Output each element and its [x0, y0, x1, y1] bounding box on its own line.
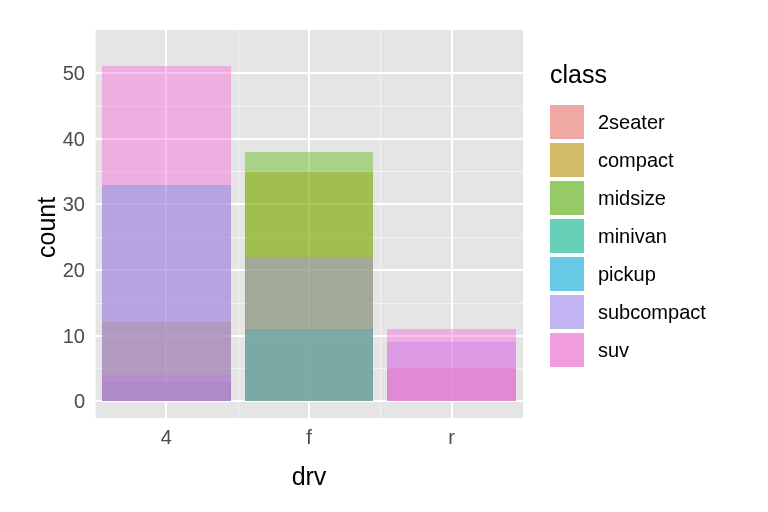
legend-key: [550, 257, 584, 291]
legend-item: suv: [550, 331, 706, 369]
grid-line-v-minor: [380, 30, 381, 418]
x-tick-label: r: [448, 426, 455, 449]
bar: [387, 329, 515, 401]
legend-label: minivan: [598, 225, 667, 248]
legend-swatch: [550, 105, 584, 139]
bar-group: [245, 30, 373, 418]
legend-label: pickup: [598, 263, 656, 286]
bar-chart: count drv class 2seatercompactmidsizemin…: [0, 0, 768, 512]
legend-swatch: [550, 181, 584, 215]
legend-label: midsize: [598, 187, 666, 210]
legend-swatch: [550, 257, 584, 291]
legend-label: subcompact: [598, 301, 706, 324]
bar: [245, 257, 373, 401]
legend-key: [550, 143, 584, 177]
legend-item: compact: [550, 141, 706, 179]
bar-group: [102, 30, 230, 418]
y-tick-label: 30: [45, 193, 85, 216]
y-tick-label: 20: [45, 258, 85, 281]
legend-key: [550, 181, 584, 215]
legend-title: class: [550, 60, 706, 89]
legend-swatch: [550, 219, 584, 253]
y-tick-label: 10: [45, 324, 85, 347]
legend-key: [550, 295, 584, 329]
plot-panel: [95, 30, 523, 418]
bar-group: [387, 30, 515, 418]
x-tick-label: f: [306, 426, 312, 449]
legend-label: compact: [598, 149, 674, 172]
legend-item: midsize: [550, 179, 706, 217]
legend-item: 2seater: [550, 103, 706, 141]
grid-line-v-minor: [95, 30, 96, 418]
x-tick-label: 4: [161, 426, 172, 449]
grid-line-v-minor: [523, 30, 524, 418]
legend-item: minivan: [550, 217, 706, 255]
legend-key: [550, 105, 584, 139]
y-tick-label: 50: [45, 62, 85, 85]
bar: [102, 66, 230, 401]
y-tick-label: 0: [45, 390, 85, 413]
legend-swatch: [550, 143, 584, 177]
legend-key: [550, 333, 584, 367]
legend-label: suv: [598, 339, 629, 362]
grid-line-v-minor: [238, 30, 239, 418]
x-axis-title: drv: [292, 462, 327, 491]
legend-label: 2seater: [598, 111, 665, 134]
legend-key: [550, 219, 584, 253]
legend-item: subcompact: [550, 293, 706, 331]
legend-item: pickup: [550, 255, 706, 293]
legend: class 2seatercompactmidsizeminivanpickup…: [550, 60, 706, 369]
legend-swatch: [550, 333, 584, 367]
legend-swatch: [550, 295, 584, 329]
y-tick-label: 40: [45, 127, 85, 150]
